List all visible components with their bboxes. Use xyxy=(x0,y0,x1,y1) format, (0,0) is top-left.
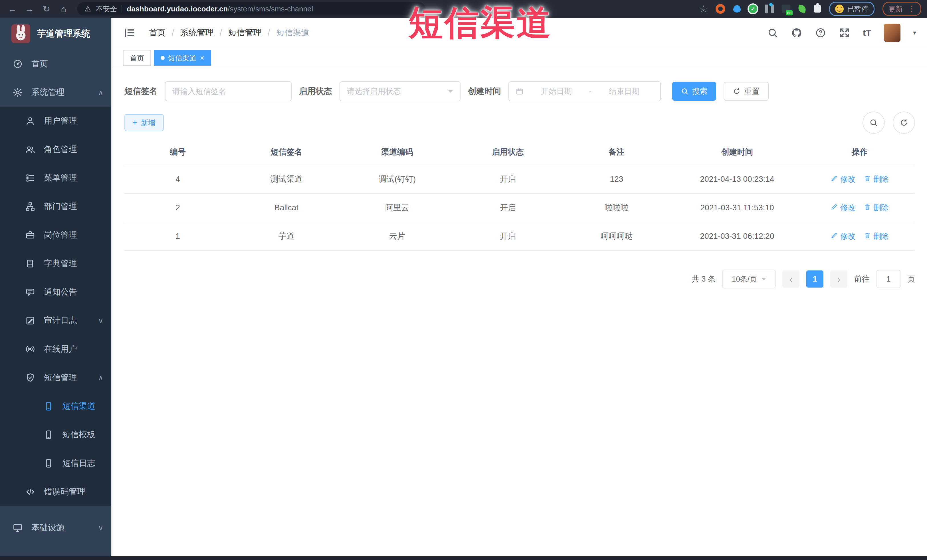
chevron-up-icon: ∧ xyxy=(98,374,103,382)
sidebar-item-user[interactable]: 用户管理 xyxy=(0,107,112,135)
add-button[interactable]: + 新增 xyxy=(125,114,164,131)
refresh-button[interactable] xyxy=(893,112,915,134)
toggle-search-button[interactable] xyxy=(863,112,885,134)
reload-icon[interactable]: ↻ xyxy=(40,4,53,14)
divider xyxy=(122,5,122,12)
delete-link[interactable]: 删除 xyxy=(864,231,889,241)
extension-blue-drop-icon[interactable] xyxy=(733,5,741,12)
sidebar-item-users[interactable]: 角色管理 xyxy=(0,135,112,164)
update-button[interactable]: 更新 ⋮ xyxy=(883,2,921,16)
avatar[interactable] xyxy=(884,24,900,42)
table-row: 2Ballcat阿里云开启啦啦啦2021-03-31 11:53:10修改删除 xyxy=(125,193,915,222)
plus-icon: + xyxy=(132,118,138,127)
security-label: 不安全 xyxy=(96,4,117,14)
table-tools xyxy=(863,112,915,134)
tab-sms-channel[interactable]: 短信渠道 × xyxy=(154,50,211,65)
briefcase-icon xyxy=(25,230,35,240)
sidebar-item-org-tree[interactable]: 部门管理 xyxy=(0,192,112,221)
sign-input[interactable] xyxy=(165,81,292,101)
sidebar-item-announcement[interactable]: 通知公告 xyxy=(0,278,112,307)
cell-actions: 修改删除 xyxy=(804,222,915,250)
font-size-icon[interactable]: tT xyxy=(863,28,871,38)
sidebar-item-phone[interactable]: 短信渠道 xyxy=(0,392,112,420)
sidebar-menu: 首页系统管理∧用户管理角色管理菜单管理部门管理岗位管理字典管理通知公告审计日志∨… xyxy=(0,50,112,542)
page-size-value: 10条/页 xyxy=(732,274,757,284)
edit-link[interactable]: 修改 xyxy=(831,231,856,241)
cell-id: 1 xyxy=(125,222,231,250)
back-icon[interactable]: ← xyxy=(6,4,19,14)
edit-link[interactable]: 修改 xyxy=(831,174,856,184)
sidebar-item-dictionary[interactable]: 字典管理 xyxy=(0,249,112,278)
sidebar-item-label: 在线用户 xyxy=(44,343,77,355)
trash-icon xyxy=(864,175,871,184)
reset-button[interactable]: 重置 xyxy=(723,82,769,101)
breadcrumb-sms[interactable]: 短信管理 xyxy=(228,27,261,38)
sidebar-item-briefcase[interactable]: 岗位管理 xyxy=(0,221,112,249)
search-icon[interactable] xyxy=(767,27,778,38)
reset-button-label: 重置 xyxy=(744,86,760,96)
page-size-select[interactable]: 10条/页 xyxy=(722,270,775,288)
sidebar-item-code[interactable]: 错误码管理 xyxy=(0,478,112,506)
breadcrumb-home[interactable]: 首页 xyxy=(149,27,166,38)
column-header: 创建时间 xyxy=(670,140,804,165)
address-bar[interactable]: ⚠ 不安全 dashboard.yudao.iocoder.cn/system/… xyxy=(77,2,426,15)
sign-label: 短信签名 xyxy=(125,86,158,97)
next-page-button[interactable]: › xyxy=(830,270,847,288)
total-count: 共 3 条 xyxy=(691,274,716,284)
github-icon[interactable] xyxy=(791,27,802,38)
pencil-icon xyxy=(831,175,838,184)
bookmark-star-icon[interactable]: ☆ xyxy=(699,3,708,14)
tab-home[interactable]: 首页 xyxy=(123,50,150,65)
forward-icon[interactable]: → xyxy=(23,4,36,14)
search-button[interactable]: 搜索 xyxy=(672,82,716,101)
sidebar-item-gear[interactable]: 系统管理∧ xyxy=(0,78,112,107)
phone-icon xyxy=(43,401,54,411)
calendar-icon xyxy=(515,87,524,96)
end-date-placeholder: 结束日期 xyxy=(594,86,654,96)
sidebar-item-phone[interactable]: 短信日志 xyxy=(0,449,112,478)
page-1-button[interactable]: 1 xyxy=(806,270,824,288)
extension-green-check-icon[interactable]: ✓ xyxy=(749,5,757,13)
sidebar-item-monitor[interactable]: 基础设施∨ xyxy=(0,513,112,542)
navbar-actions: tT ▾ xyxy=(767,24,916,42)
delete-link[interactable]: 删除 xyxy=(864,174,889,184)
breadcrumb-system[interactable]: 系统管理 xyxy=(180,27,213,38)
column-header: 编号 xyxy=(125,140,231,165)
extensions-puzzle-icon[interactable] xyxy=(814,5,821,12)
extension-columns-icon[interactable] xyxy=(765,5,774,13)
phone-icon xyxy=(43,429,54,440)
cell-sign: 测试渠道 xyxy=(231,165,342,193)
sidebar-item-audit-log[interactable]: 审计日志∨ xyxy=(0,307,112,335)
close-icon[interactable]: × xyxy=(200,54,204,62)
extension-orange-icon[interactable] xyxy=(716,4,725,14)
sidebar-item-sms-shield[interactable]: 短信管理∧ xyxy=(0,363,112,392)
edit-link[interactable]: 修改 xyxy=(831,203,856,213)
chevron-down-icon[interactable]: ▾ xyxy=(913,29,916,36)
browser-menu-icon[interactable]: ⋮ xyxy=(907,5,915,13)
fullscreen-icon[interactable] xyxy=(839,27,850,38)
sidebar-item-online-users[interactable]: 在线用户 xyxy=(0,335,112,363)
sidebar-item-menu-list[interactable]: 菜单管理 xyxy=(0,164,112,192)
cell-id: 4 xyxy=(125,165,231,193)
monitor-icon xyxy=(12,523,23,533)
create-time-range-picker[interactable]: 开始日期 - 结束日期 xyxy=(508,81,661,101)
add-button-label: 新增 xyxy=(141,118,156,128)
extension-leaf-icon[interactable] xyxy=(798,5,806,13)
delete-link[interactable]: 删除 xyxy=(864,203,889,213)
breadcrumb: 首页 / 系统管理 / 短信管理 / 短信渠道 xyxy=(149,27,309,38)
app-logo-row[interactable]: 芋道管理系统 xyxy=(0,18,112,50)
page-content: 短信签名 启用状态 请选择启用状态 创建时间 开始日期 - 结束日期 xyxy=(112,68,927,560)
prev-page-button[interactable]: ‹ xyxy=(782,270,799,288)
goto-page-input[interactable] xyxy=(877,270,900,288)
help-icon[interactable] xyxy=(815,27,826,38)
collapse-sidebar-icon[interactable] xyxy=(123,27,136,39)
column-header: 短信签名 xyxy=(231,140,342,165)
profile-paused-pill[interactable]: 已暂停 xyxy=(829,2,874,16)
search-button-label: 搜索 xyxy=(692,86,708,96)
extension-on-badge-icon[interactable] xyxy=(782,5,790,13)
home-icon[interactable]: ⌂ xyxy=(57,4,70,14)
date-separator: - xyxy=(589,87,592,96)
sidebar-item-dashboard[interactable]: 首页 xyxy=(0,50,112,78)
status-select[interactable]: 请选择启用状态 xyxy=(339,81,460,101)
sidebar-item-phone[interactable]: 短信模板 xyxy=(0,420,112,449)
